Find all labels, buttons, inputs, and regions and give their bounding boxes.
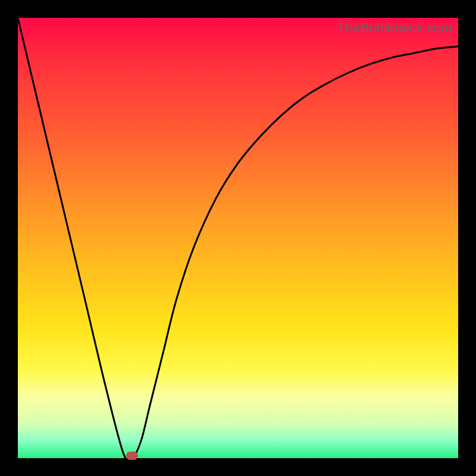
- minimum-marker: [126, 452, 138, 460]
- plot-area: TheBottleneck.com: [18, 18, 458, 458]
- bottleneck-curve: [18, 18, 458, 458]
- chart-frame: TheBottleneck.com: [0, 0, 476, 476]
